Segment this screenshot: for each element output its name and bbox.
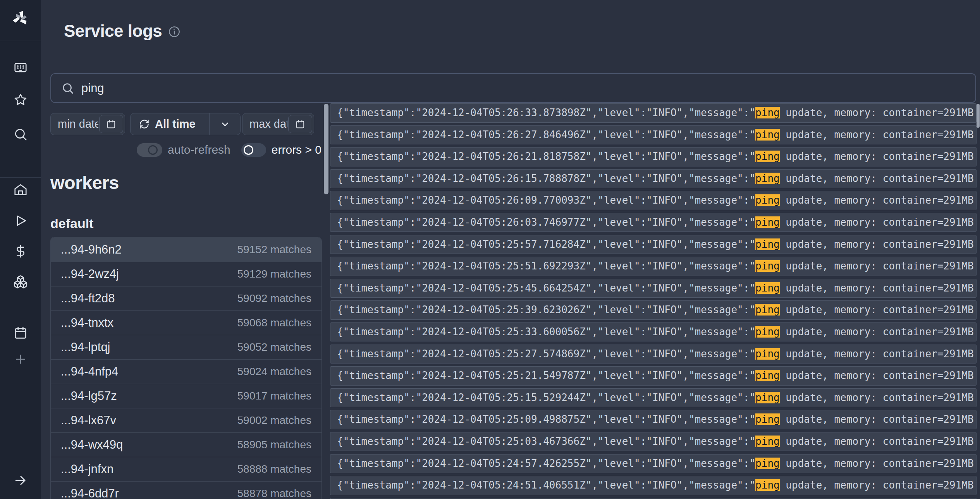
- log-row: {"timestamp":"2024-12-04T05:26:33.873898…: [330, 103, 977, 123]
- search-input[interactable]: [81, 81, 975, 95]
- log-row: {"timestamp":"2024-12-04T05:26:15.788878…: [330, 169, 977, 189]
- variables-dollar-icon[interactable]: [13, 243, 28, 259]
- errors-filter-label: errors > 0: [272, 143, 322, 156]
- worker-match-count: 59052 matches: [237, 341, 311, 353]
- log-row: {"timestamp":"2024-12-04T05:25:15.529244…: [330, 388, 977, 408]
- windmill-logo-icon[interactable]: [11, 9, 30, 28]
- apps-icon[interactable]: [13, 60, 28, 75]
- toggle-knob: [148, 145, 158, 155]
- max-date-calendar-button[interactable]: [288, 115, 312, 133]
- log-text-prefix: {"timestamp":"2024-12-04T05:26:33.873898…: [337, 107, 755, 118]
- log-row: {"timestamp":"2024-12-04T05:26:21.818758…: [330, 147, 977, 166]
- expand-sidebar-arrow-icon[interactable]: [13, 473, 28, 488]
- time-range-label: All time: [155, 118, 196, 130]
- log-text-prefix: {"timestamp":"2024-12-04T05:25:33.600056…: [337, 326, 755, 338]
- worker-row[interactable]: ...94-wx49q 58905 matches: [51, 432, 322, 457]
- log-row: {"timestamp":"2024-12-04T05:24:51.406551…: [330, 476, 977, 495]
- home-icon[interactable]: [13, 182, 28, 197]
- log-highlight: ping: [755, 348, 780, 360]
- worker-row[interactable]: ...94-2wz4j 59129 matches: [51, 262, 322, 286]
- log-text-suffix: update, memory: container=291MB: [780, 304, 974, 316]
- log-text-prefix: {"timestamp":"2024-12-04T05:25:45.664254…: [337, 282, 755, 294]
- worker-name: ...94-ft2d8: [61, 292, 115, 305]
- worker-match-count: 59002 matches: [237, 414, 311, 427]
- info-icon[interactable]: [168, 26, 181, 38]
- log-text-suffix: update, memory: container=291MB: [780, 326, 974, 338]
- log-row: {"timestamp":"2024-12-04T05:25:57.716284…: [330, 235, 977, 254]
- calendar-icon: [106, 119, 116, 129]
- right-scrollbar-thumb[interactable]: [977, 104, 980, 128]
- worker-row[interactable]: ...94-6dd7r 58878 matches: [51, 481, 322, 499]
- worker-row[interactable]: ...94-lptqj 59052 matches: [51, 335, 322, 359]
- search-icon: [61, 82, 74, 95]
- log-text-suffix: update, memory: container=291MB: [780, 479, 974, 491]
- log-row: {"timestamp":"2024-12-04T05:26:27.846496…: [330, 125, 977, 145]
- worker-row[interactable]: ...94-4nfp4 59024 matches: [51, 359, 322, 384]
- max-date-field[interactable]: [249, 118, 287, 130]
- worker-row[interactable]: ...94-ft2d8 59092 matches: [51, 286, 322, 310]
- log-text-prefix: {"timestamp":"2024-12-04T05:26:09.770093…: [337, 194, 755, 206]
- log-highlight: ping: [755, 129, 780, 141]
- log-text-suffix: update, memory: container=291MB: [780, 151, 974, 162]
- search-nav-icon[interactable]: [13, 127, 28, 142]
- schedules-calendar-icon[interactable]: [13, 325, 28, 341]
- log-row: {"timestamp":"2024-12-04T05:25:21.549787…: [330, 366, 977, 386]
- log-panel: {"timestamp":"2024-12-04T05:26:33.873898…: [330, 103, 977, 499]
- worker-row[interactable]: ...94-tnxtx 59068 matches: [51, 310, 322, 335]
- worker-row[interactable]: ...94-jnfxn 58888 matches: [51, 457, 322, 481]
- favorites-star-icon[interactable]: [13, 92, 28, 108]
- log-text-suffix: update, memory: container=291MB: [780, 194, 974, 206]
- log-row: {"timestamp":"2024-12-04T05:25:33.600056…: [330, 322, 977, 342]
- left-scrollbar-thumb[interactable]: [324, 104, 328, 194]
- min-date-input[interactable]: [50, 113, 125, 135]
- errors-filter-toggle[interactable]: [241, 143, 266, 157]
- log-highlight: ping: [755, 413, 780, 425]
- resources-boxes-icon[interactable]: [13, 274, 28, 290]
- min-date-field[interactable]: [58, 118, 98, 130]
- runs-play-icon[interactable]: [13, 213, 28, 228]
- log-text-prefix: {"timestamp":"2024-12-04T05:25:03.467366…: [337, 436, 755, 447]
- main-content: Service logs All time: [41, 0, 980, 499]
- sidebar-divider: [0, 177, 41, 178]
- log-text-prefix: {"timestamp":"2024-12-04T05:25:15.529244…: [337, 392, 755, 403]
- log-text-suffix: update, memory: container=291MB: [780, 260, 974, 272]
- worker-list: ...94-9h6n2 59152 matches ...94-2wz4j 59…: [50, 237, 322, 499]
- log-highlight: ping: [755, 282, 780, 294]
- worker-name: ...94-6dd7r: [61, 487, 119, 499]
- time-range-main[interactable]: All time: [131, 113, 209, 135]
- worker-row[interactable]: ...94-lg57z 59017 matches: [51, 384, 322, 408]
- auto-refresh-label: auto-refresh: [168, 143, 230, 156]
- worker-name: ...94-2wz4j: [61, 267, 119, 281]
- log-text-suffix: update, memory: container=291MB: [780, 238, 974, 250]
- log-highlight: ping: [755, 458, 780, 469]
- calendar-icon: [295, 119, 305, 129]
- log-highlight: ping: [755, 392, 780, 403]
- log-text-prefix: {"timestamp":"2024-12-04T05:24:51.406551…: [337, 479, 755, 491]
- worker-match-count: 58905 matches: [237, 439, 311, 451]
- worker-match-count: 59017 matches: [237, 390, 311, 402]
- log-text-prefix: {"timestamp":"2024-12-04T05:26:21.818758…: [337, 151, 755, 162]
- log-text-prefix: {"timestamp":"2024-12-04T05:25:39.623026…: [337, 304, 755, 316]
- log-highlight: ping: [755, 479, 780, 491]
- min-date-calendar-button[interactable]: [99, 115, 123, 133]
- log-text-prefix: {"timestamp":"2024-12-04T05:26:15.788878…: [337, 173, 755, 184]
- time-range-button[interactable]: All time: [130, 113, 241, 135]
- worker-match-count: 59129 matches: [237, 268, 311, 280]
- log-highlight: ping: [755, 194, 780, 206]
- auto-refresh-toggle[interactable]: [137, 143, 162, 157]
- log-row: {"timestamp":"2024-12-04T05:26:03.746977…: [330, 213, 977, 232]
- worker-name: ...94-lg57z: [61, 389, 117, 403]
- log-text-suffix: update, memory: container=291MB: [780, 458, 974, 469]
- log-row: {"timestamp":"2024-12-04T05:24:57.426255…: [330, 454, 977, 473]
- worker-match-count: 59152 matches: [237, 243, 311, 256]
- log-text-prefix: {"timestamp":"2024-12-04T05:25:57.716284…: [337, 238, 755, 250]
- max-date-input[interactable]: [242, 113, 314, 135]
- worker-match-count: 59092 matches: [237, 292, 311, 305]
- worker-row[interactable]: ...94-lx67v 59002 matches: [51, 408, 322, 432]
- log-highlight: ping: [755, 436, 780, 447]
- worker-row[interactable]: ...94-9h6n2 59152 matches: [51, 237, 322, 262]
- toggle-knob: [244, 145, 253, 155]
- time-range-dropdown[interactable]: [210, 113, 240, 135]
- worker-match-count: 58888 matches: [237, 463, 311, 475]
- create-plus-icon[interactable]: [13, 352, 28, 367]
